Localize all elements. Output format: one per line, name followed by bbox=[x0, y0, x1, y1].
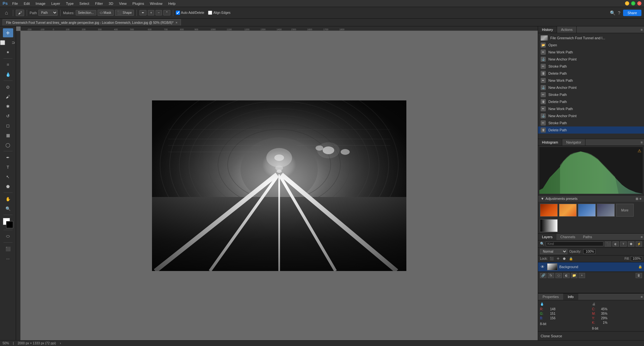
menu-view[interactable]: View bbox=[117, 1, 129, 6]
tab-channels[interactable]: Channels bbox=[556, 234, 579, 240]
menu-select[interactable]: Select bbox=[77, 1, 92, 6]
home-button[interactable]: ⌂ bbox=[3, 9, 10, 17]
histogram-options-btn[interactable]: ≡ bbox=[639, 139, 644, 145]
history-item-8[interactable]: ✏ Stroke Path bbox=[538, 91, 644, 98]
filter-adj-btn[interactable]: ◐ bbox=[612, 241, 619, 247]
share-button[interactable]: Share bbox=[623, 10, 641, 16]
canvas-container[interactable] bbox=[21, 31, 538, 340]
history-item-5[interactable]: 🗑 Delete Path bbox=[538, 70, 644, 77]
align-edges-checkbox[interactable]: Align Edges bbox=[208, 11, 230, 15]
dodge-tool[interactable]: ◯ bbox=[3, 140, 13, 149]
history-item-3[interactable]: ⚓ New Anchor Point bbox=[538, 56, 644, 63]
menu-3d[interactable]: 3D bbox=[106, 1, 116, 6]
auto-add-delete-checkbox[interactable]: Auto Add/Delete bbox=[176, 11, 204, 15]
preset-4[interactable] bbox=[597, 204, 615, 217]
zoom-level[interactable]: 50% bbox=[3, 341, 9, 345]
type-tool[interactable]: T bbox=[3, 163, 13, 172]
fill-input[interactable] bbox=[631, 256, 642, 261]
lock-artboard-btn[interactable]: ⬟ bbox=[562, 256, 567, 261]
add-mask-btn[interactable]: ⬭ bbox=[555, 273, 562, 278]
menu-file[interactable]: File bbox=[10, 1, 21, 6]
menu-plugins[interactable]: Plugins bbox=[130, 1, 147, 6]
layers-options-btn[interactable]: ≡ bbox=[639, 234, 644, 240]
filter-shape-btn[interactable]: ⬟ bbox=[628, 241, 634, 247]
history-item-10[interactable]: ✒ New Work Path bbox=[538, 105, 644, 112]
history-item-2[interactable]: ✒ New Work Path bbox=[538, 49, 644, 56]
history-item-13[interactable]: 🗑 Delete Path bbox=[538, 126, 644, 134]
layer-row-background[interactable]: 👁 Background 🔒 bbox=[538, 262, 644, 272]
menu-edit[interactable]: Edit bbox=[21, 1, 33, 6]
tab-info[interactable]: Info bbox=[563, 294, 578, 300]
history-item-0[interactable]: File Greenwich Foot Tunnel and l... bbox=[538, 34, 644, 42]
close-button[interactable]: × bbox=[637, 1, 641, 5]
tab-navigator[interactable]: Navigator bbox=[562, 139, 585, 145]
quick-mask-tool[interactable]: ⬭ bbox=[3, 232, 13, 241]
preset-more-button[interactable]: More bbox=[616, 204, 634, 217]
hand-tool[interactable]: ✋ bbox=[3, 194, 13, 203]
shape-button[interactable]: ⬛ Shape bbox=[115, 10, 134, 16]
more-tools-btn[interactable]: ··· bbox=[3, 254, 13, 263]
lock-all-btn[interactable]: 🔒 bbox=[568, 256, 573, 261]
path-selection-tool[interactable]: ↖ bbox=[3, 172, 13, 181]
tab-layers[interactable]: Layers bbox=[538, 234, 556, 240]
grid-view-icon[interactable]: ⊞ bbox=[636, 197, 638, 201]
search-icon[interactable]: 🔍 bbox=[610, 10, 615, 15]
filter-type-btn[interactable]: T bbox=[620, 241, 627, 247]
tab-history[interactable]: History bbox=[538, 26, 557, 33]
history-item-1[interactable]: 📂 Open bbox=[538, 42, 644, 49]
list-view-icon[interactable]: ≡ bbox=[639, 197, 641, 201]
marquee-tool[interactable]: ⬜ bbox=[0, 38, 8, 47]
menu-image[interactable]: Image bbox=[33, 1, 48, 6]
convert-btn[interactable]: ⌃ bbox=[163, 10, 170, 15]
menu-type[interactable]: Type bbox=[63, 1, 76, 6]
spot-heal-tool[interactable]: ⊙ bbox=[3, 82, 13, 91]
history-options-btn[interactable]: ≡ bbox=[639, 26, 644, 33]
info-options-btn[interactable]: ≡ bbox=[639, 294, 644, 300]
preset-1[interactable] bbox=[540, 204, 558, 217]
file-tab-item[interactable]: File Greenwich Foot Tunnel and lines_wid… bbox=[3, 19, 181, 25]
background-color[interactable] bbox=[6, 221, 13, 228]
close-tab-button[interactable]: × bbox=[175, 21, 177, 24]
tab-paths[interactable]: Paths bbox=[579, 234, 596, 240]
anchor-add-btn[interactable]: + bbox=[148, 10, 154, 15]
new-layer-btn[interactable]: + bbox=[579, 273, 585, 278]
history-item-12[interactable]: ✏ Stroke Path bbox=[538, 119, 644, 126]
history-item-7[interactable]: ⚓ New Anchor Point bbox=[538, 84, 644, 91]
delete-layer-btn[interactable]: 🗑 bbox=[636, 273, 642, 278]
preset-2[interactable] bbox=[559, 204, 577, 217]
ps-logo[interactable]: Ps bbox=[3, 1, 8, 6]
blend-mode-select[interactable]: Normal bbox=[540, 249, 567, 254]
zoom-tool[interactable]: 🔍 bbox=[3, 204, 13, 213]
crop-tool[interactable]: ⌗ bbox=[3, 60, 13, 69]
history-item-9[interactable]: 🗑 Delete Path bbox=[538, 98, 644, 105]
eraser-tool[interactable]: ◻ bbox=[3, 121, 13, 130]
preset-bw[interactable] bbox=[540, 219, 558, 232]
tab-properties[interactable]: Properties bbox=[538, 294, 563, 300]
tab-actions[interactable]: Actions bbox=[557, 26, 577, 33]
history-item-6[interactable]: ✒ New Work Path bbox=[538, 77, 644, 84]
history-item-11[interactable]: ⚓ New Anchor Point bbox=[538, 112, 644, 119]
pen-icon-btn[interactable]: ✒ bbox=[139, 10, 147, 15]
opacity-input[interactable] bbox=[583, 249, 595, 254]
filter-pixel-btn[interactable]: ⬛ bbox=[605, 241, 611, 247]
anchor-remove-btn[interactable]: − bbox=[156, 10, 162, 15]
magic-wand-tool[interactable]: ⁕ bbox=[3, 48, 13, 57]
status-arrow[interactable]: › bbox=[60, 341, 61, 345]
add-style-btn[interactable]: fx bbox=[548, 273, 554, 278]
lock-position-btn[interactable]: ✛ bbox=[555, 256, 561, 261]
history-item-4[interactable]: ✏ Stroke Path bbox=[538, 63, 644, 70]
screen-mode-btn[interactable]: ⬛ bbox=[3, 244, 13, 253]
canvas-image[interactable] bbox=[152, 100, 406, 271]
gradient-tool[interactable]: ▦ bbox=[3, 131, 13, 140]
brush-tool[interactable]: 🖌 bbox=[3, 92, 13, 101]
path-select[interactable]: Path bbox=[38, 10, 58, 16]
menu-filter[interactable]: Filter bbox=[92, 1, 105, 6]
preset-3[interactable] bbox=[578, 204, 596, 217]
adjustments-presets-header[interactable]: ▼ Adjustments presets ⊞ ≡ bbox=[538, 195, 644, 202]
lock-pixels-btn[interactable]: ⬛ bbox=[549, 256, 554, 261]
layer-visibility-button[interactable]: 👁 bbox=[540, 264, 545, 269]
menu-help[interactable]: Help bbox=[166, 1, 178, 6]
tab-histogram[interactable]: Histogram bbox=[538, 139, 562, 145]
mask-button[interactable]: ⬭ Mask bbox=[98, 10, 114, 16]
maximize-button[interactable]: □ bbox=[631, 1, 635, 5]
